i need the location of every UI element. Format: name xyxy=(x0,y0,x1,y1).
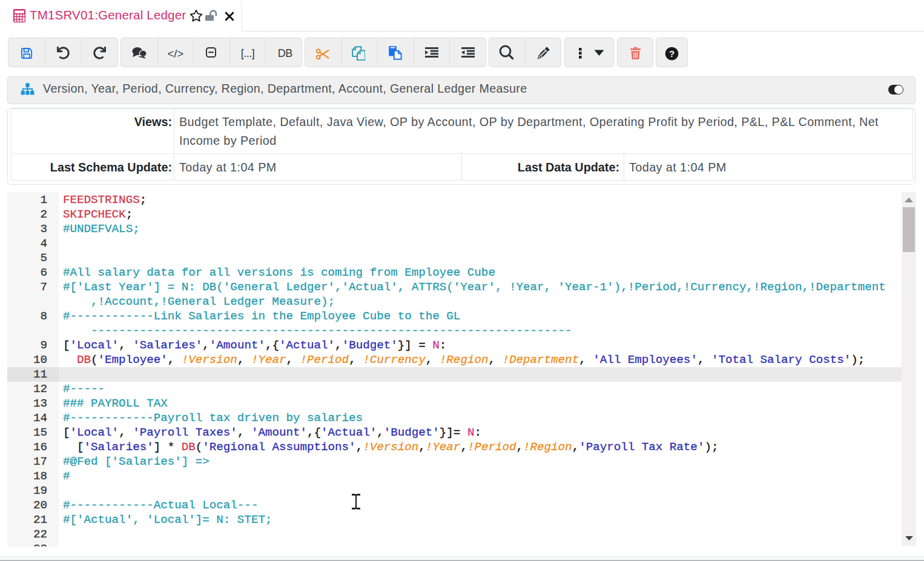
svg-text:?: ? xyxy=(669,48,675,58)
